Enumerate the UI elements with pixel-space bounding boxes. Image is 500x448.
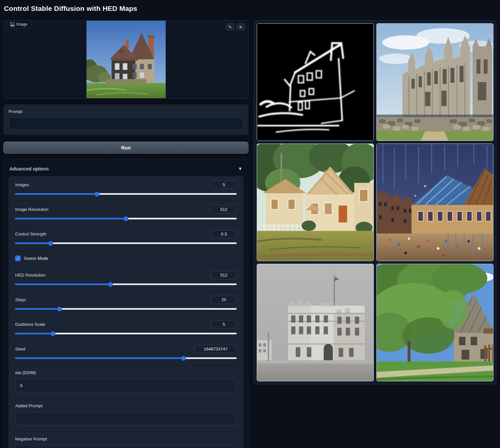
added-prompt-input[interactable] bbox=[15, 412, 237, 425]
image-resolution-slider-track[interactable] bbox=[15, 218, 237, 219]
image-input-panel: Image ✎ ✕ bbox=[3, 20, 249, 99]
controls-column: Image ✎ ✕ bbox=[3, 20, 249, 448]
gallery-item-stylized-blue-roof-painting[interactable] bbox=[376, 144, 493, 261]
gallery-item-stone-house-with-trees[interactable] bbox=[376, 264, 493, 381]
image-resolution-slider: Image Resolution 512 bbox=[9, 201, 243, 225]
images-slider-value[interactable]: 5 bbox=[211, 181, 237, 189]
image-resolution-slider-handle[interactable] bbox=[124, 216, 129, 221]
seed-slider-label: Seed bbox=[15, 347, 25, 351]
prompt-label: Prompt bbox=[9, 109, 243, 114]
checkbox-checked[interactable]: ✓ bbox=[15, 256, 21, 261]
image-icon bbox=[10, 22, 14, 27]
seed-slider: Seed 1648733747 bbox=[9, 340, 243, 365]
eta-field: eta (DDIM) 0 bbox=[9, 365, 243, 398]
result-gallery bbox=[254, 20, 496, 384]
negative-prompt-field: Negative Prompt bbox=[9, 431, 243, 448]
hed-resolution-slider-label: HED Resolution bbox=[15, 273, 46, 278]
advanced-options-panel: Advanced options ▼ Images 5 Ima bbox=[3, 159, 249, 448]
images-slider-track[interactable] bbox=[15, 193, 237, 195]
steps-slider-value[interactable]: 20 bbox=[211, 296, 237, 304]
seed-slider-handle[interactable] bbox=[181, 356, 186, 361]
eta-label: eta (DDIM) bbox=[15, 370, 36, 375]
steps-slider-label: Steps bbox=[15, 297, 26, 302]
guidance-scale-slider-handle[interactable] bbox=[50, 331, 55, 336]
image-resolution-slider-value[interactable]: 512 bbox=[211, 205, 237, 213]
image-label-chip: Image bbox=[7, 20, 31, 28]
prompt-input[interactable] bbox=[9, 117, 243, 130]
app-page: Control Stable Diffusion with HED Maps I… bbox=[0, 0, 500, 448]
guidance-scale-slider-track[interactable] bbox=[15, 333, 237, 334]
advanced-options-title: Advanced options bbox=[10, 166, 49, 171]
hed-resolution-slider-value[interactable]: 512 bbox=[211, 271, 237, 279]
image-actions: ✎ ✕ bbox=[226, 23, 245, 31]
clear-image-button[interactable]: ✕ bbox=[236, 23, 245, 31]
guess-mode-checkbox[interactable]: ✓ Guess Mode bbox=[9, 250, 243, 266]
close-icon: ✕ bbox=[239, 25, 243, 29]
hed-resolution-slider: HED Resolution 512 bbox=[9, 266, 243, 291]
collapse-caret-icon: ▼ bbox=[238, 166, 242, 171]
control-strength-slider-value[interactable]: 0.3 bbox=[211, 230, 237, 238]
eta-value: 0 bbox=[20, 383, 22, 388]
eta-input[interactable]: 0 bbox=[15, 379, 237, 392]
seed-slider-track[interactable] bbox=[15, 357, 237, 359]
added-prompt-field: Added Prompt bbox=[9, 398, 243, 431]
image-label: Image bbox=[16, 22, 27, 27]
seed-slider-value[interactable]: 1648733747 bbox=[195, 345, 237, 353]
guidance-scale-slider-label: Guidance Scale bbox=[15, 322, 45, 327]
gallery-item-grayscale-building[interactable] bbox=[257, 264, 374, 381]
pencil-icon: ✎ bbox=[228, 25, 232, 29]
gallery-item-gothic-cathedral[interactable] bbox=[376, 23, 493, 141]
steps-slider: Steps 20 bbox=[9, 291, 243, 316]
control-strength-slider-label: Control Strength bbox=[15, 232, 46, 236]
prompt-panel: Prompt bbox=[3, 104, 249, 135]
guidance-scale-slider: Guidance Scale 5 bbox=[9, 316, 243, 340]
steps-slider-track[interactable] bbox=[15, 308, 237, 310]
control-strength-slider-handle[interactable] bbox=[48, 241, 53, 246]
images-slider: Images 5 bbox=[9, 176, 243, 201]
images-slider-handle[interactable] bbox=[95, 191, 100, 196]
control-strength-slider-track[interactable] bbox=[15, 242, 237, 244]
steps-slider-handle[interactable] bbox=[57, 306, 62, 311]
check-icon: ✓ bbox=[16, 256, 19, 261]
negative-prompt-label: Negative Prompt bbox=[15, 437, 47, 441]
negative-prompt-input[interactable] bbox=[15, 445, 237, 448]
added-prompt-label: Added Prompt bbox=[15, 403, 42, 408]
gallery-item-victorian-house-painting[interactable] bbox=[257, 144, 374, 261]
control-strength-slider: Control Strength 0.3 bbox=[9, 225, 243, 250]
hed-resolution-slider-handle[interactable] bbox=[108, 282, 113, 287]
images-slider-label: Images bbox=[15, 182, 29, 187]
gallery-item-hed-map[interactable] bbox=[257, 23, 374, 141]
hed-resolution-slider-track[interactable] bbox=[15, 283, 237, 285]
image-resolution-slider-label: Image Resolution bbox=[15, 207, 48, 212]
input-image[interactable] bbox=[86, 21, 166, 98]
guidance-scale-slider-value[interactable]: 5 bbox=[211, 320, 237, 328]
advanced-options-form: Images 5 Image Resolution 512 bbox=[8, 176, 244, 448]
run-button[interactable]: Run bbox=[3, 142, 249, 154]
page-title: Control Stable Diffusion with HED Maps bbox=[4, 5, 137, 12]
edit-image-button[interactable]: ✎ bbox=[226, 23, 234, 31]
guess-mode-label: Guess Mode bbox=[24, 256, 48, 261]
advanced-options-header[interactable]: Advanced options ▼ bbox=[8, 163, 244, 176]
